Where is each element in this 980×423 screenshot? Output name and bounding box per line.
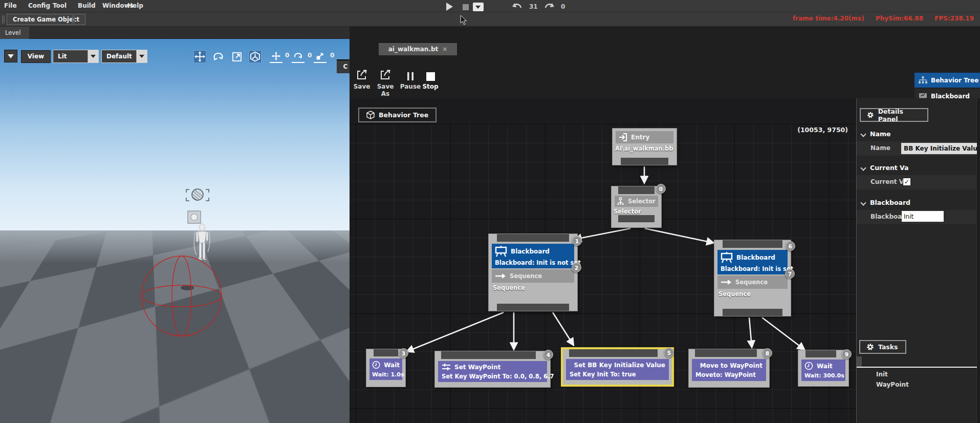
input-pin[interactable] [569, 349, 658, 357]
redo-count: 0 [561, 3, 565, 10]
tab-level[interactable]: Level [0, 27, 29, 39]
input-pin[interactable] [805, 350, 836, 357]
undo-icon[interactable] [512, 2, 523, 11]
blackboard-icon [721, 252, 733, 263]
behavior-tree-editor-panel: ai_walkman.bt× Save Save As Pause Stop [350, 27, 980, 423]
pause-icon [407, 72, 414, 81]
rotate-snap-button[interactable] [292, 50, 304, 63]
node-set-bb-key-initialize-value[interactable]: 5 Set BB Key Initialize Value Set Key In… [563, 349, 672, 385]
node-blackboard-sequence-left[interactable]: 1 Blackboard Blackboard: Init is not set… [489, 234, 577, 311]
input-pin[interactable] [695, 349, 757, 357]
node-selector[interactable]: 0 Selector Selector [612, 186, 661, 227]
node-set-waypoint[interactable]: 4 Set WayPoint Set Key WayPoint To: 0.0,… [435, 351, 550, 387]
play-icon[interactable] [446, 3, 453, 11]
node-entry[interactable]: Entry AI\ai_walkman.bb [613, 129, 677, 165]
editor-window: File Config Tool Build Windows Help 31 0… [0, 0, 980, 423]
tasks-divider [857, 367, 977, 368]
document-tab[interactable]: ai_walkman.bt× [379, 43, 457, 55]
order-badge: 4 [543, 350, 553, 359]
close-tab-icon[interactable]: × [442, 46, 447, 53]
toolbar-grip[interactable] [2, 15, 5, 24]
blackboard-section-header[interactable]: Blackboard [861, 199, 910, 206]
task-item-init[interactable]: Init [876, 371, 888, 378]
scale-snap-button[interactable] [314, 50, 326, 63]
save-button[interactable]: Save [353, 68, 371, 90]
input-pin[interactable] [441, 351, 536, 359]
entry-icon [619, 133, 627, 141]
current-value-row: Current Va ✓ [857, 175, 977, 189]
current-value-section-header[interactable]: Current Va [861, 164, 909, 172]
move-snap-button[interactable] [270, 50, 282, 63]
coordinate-space-button[interactable] [249, 50, 262, 63]
current-value-checkbox[interactable]: ✓ [903, 178, 911, 186]
output-pin[interactable] [618, 215, 655, 222]
order-badge: 3 [399, 348, 408, 358]
stop-button[interactable]: Stop [421, 68, 440, 90]
output-pin[interactable] [497, 304, 569, 311]
scale-tool-button[interactable] [230, 50, 243, 63]
order-badge: 1 [572, 236, 582, 246]
output-pin[interactable] [723, 309, 782, 316]
physim-stat: PhySim:66.88 [876, 15, 923, 22]
chevron-down-icon[interactable] [88, 50, 98, 62]
lit-mode-dropdown[interactable]: Lit [53, 50, 99, 63]
input-pin[interactable] [723, 240, 782, 248]
save-as-button[interactable]: Save As [372, 68, 399, 97]
view-button[interactable]: View [21, 50, 51, 63]
pause-button[interactable]: Pause [400, 68, 421, 90]
chevron-down-icon [861, 165, 866, 171]
order-badge: 2 [572, 263, 581, 272]
clock-icon [372, 361, 380, 369]
chevron-down-icon[interactable] [136, 50, 147, 62]
camera-preset-dropdown[interactable]: Default [101, 50, 147, 63]
input-pin[interactable] [497, 234, 569, 242]
details-panel-button[interactable]: Details Panel [860, 108, 928, 122]
redo-icon[interactable] [543, 2, 555, 11]
name-section-header[interactable]: Name [861, 130, 890, 138]
behavior-tree-icon [919, 76, 927, 84]
dropdown-arrow-icon [8, 54, 14, 58]
task-item-waypoint[interactable]: WayPoint [876, 381, 909, 388]
order-badge: 8 [763, 348, 772, 358]
menu-build[interactable]: Build [78, 2, 96, 9]
chevron-down-icon [861, 132, 866, 137]
output-pin[interactable] [621, 158, 668, 165]
mode-behavior-tree-button[interactable]: Behavior Tree [914, 73, 980, 88]
mouse-cursor [460, 15, 467, 26]
menu-config[interactable]: Config [28, 2, 50, 9]
blackboard-key-row: Blackboar [857, 210, 977, 224]
details-scrollbar[interactable] [976, 98, 980, 423]
sequence-arrow-icon [495, 273, 506, 279]
toolbar-grip[interactable] [72, 15, 75, 24]
menu-help[interactable]: Help [127, 2, 143, 9]
scale-snap-value: 0 [330, 52, 334, 59]
node-move-to-waypoint[interactable]: 8 Move to WayPoint Moveto: WayPoint [689, 349, 769, 387]
menu-file[interactable]: File [4, 2, 17, 9]
node-blackboard-sequence-right[interactable]: 6 Blackboard Blackboard: Init is set 7 S… [714, 240, 791, 316]
menu-bar: File Config Tool Build Windows Help 31 0 [0, 0, 980, 12]
node-wait-1[interactable]: 3 Wait Wait: 1.0s [366, 349, 405, 387]
level-viewport[interactable]: View Lit Default 0 0 0 [0, 39, 350, 423]
tasks-button[interactable]: Tasks [859, 340, 906, 354]
stop-disabled-icon[interactable] [463, 4, 469, 10]
play-options-dropdown[interactable] [473, 3, 484, 11]
order-badge: 7 [785, 269, 795, 279]
blackboard-key-input[interactable] [902, 211, 944, 222]
viewport-options-dropdown[interactable] [4, 50, 17, 62]
menu-tool[interactable]: Tool [53, 2, 67, 9]
node-graph-canvas[interactable]: Behavior Tree (10053, 9750) [350, 98, 856, 423]
perf-stats: frame time:4.20(ms) PhySim:66.88 FPS:238… [793, 15, 974, 22]
blackboard-icon [495, 246, 507, 257]
world-space-icon [250, 51, 260, 62]
name-value-field[interactable]: BB Key Initialize Valu [901, 143, 977, 154]
rotate-snap-value: 0 [308, 52, 312, 59]
translate-tool-button[interactable] [193, 50, 206, 63]
name-row: Name BB Key Initialize Valu [857, 141, 977, 156]
input-pin[interactable] [374, 349, 398, 356]
input-pin[interactable] [618, 186, 655, 194]
rotate-tool-button[interactable] [212, 50, 225, 63]
clipped-c-button[interactable]: C [337, 59, 350, 73]
clock-icon [804, 362, 813, 370]
mannequin-character [194, 224, 210, 260]
node-wait-2[interactable]: 9 Wait Wait: 300.0s [798, 350, 848, 386]
